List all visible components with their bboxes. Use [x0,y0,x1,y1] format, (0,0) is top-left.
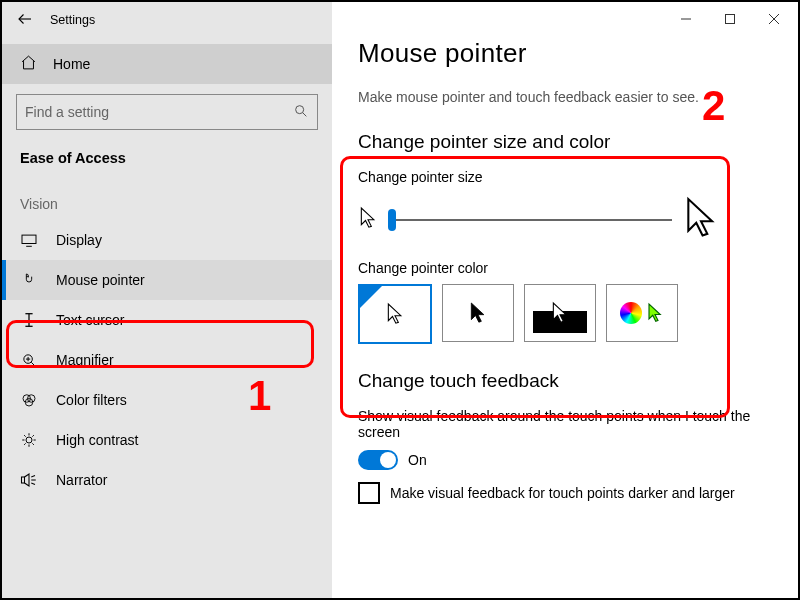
sidebar-item-magnifier[interactable]: Magnifier [2,340,332,380]
sidebar-item-label: Mouse pointer [56,272,145,288]
cursor-large-icon [682,195,720,244]
svg-line-26 [24,443,26,445]
pointer-color-black[interactable] [442,284,514,342]
svg-rect-7 [22,235,36,243]
narrator-icon [20,472,38,488]
svg-line-13 [31,362,35,366]
search-input[interactable]: Find a setting [16,94,318,130]
pointer-color-inverted[interactable] [524,284,596,342]
settings-main: Mouse pointer Make mouse pointer and tou… [332,2,798,598]
touch-feedback-toggle-label: On [408,452,427,468]
sidebar-item-color-filters[interactable]: Color filters [2,380,332,420]
svg-line-24 [24,435,26,437]
back-icon[interactable] [16,10,34,31]
page-subtitle: Make mouse pointer and touch feedback ea… [358,89,772,105]
sidebar-item-high-contrast[interactable]: High contrast [2,420,332,460]
svg-rect-28 [22,477,25,483]
touch-feedback-toggle[interactable] [358,450,398,470]
pointer-size-label: Change pointer size [358,169,772,185]
touch-feedback-desc: Show visual feedback around the touch po… [358,408,758,440]
text-cursor-icon [20,311,38,329]
svg-line-27 [32,435,34,437]
pointer-color-white[interactable]: ✓ [358,284,432,344]
display-icon [20,233,38,247]
sidebar-item-label: Display [56,232,102,248]
sidebar-item-label: Magnifier [56,352,114,368]
cursor-small-icon [358,206,378,233]
section-size-color-title: Change pointer size and color [358,131,772,153]
svg-line-30 [31,476,35,478]
sidebar-subcategory: Vision [2,172,332,220]
darker-feedback-checkbox[interactable] [358,482,380,504]
sidebar-item-label: High contrast [56,432,138,448]
search-placeholder: Find a setting [25,104,109,120]
color-filters-icon [20,391,38,409]
sidebar-item-mouse-pointer[interactable]: Mouse pointer [2,260,332,300]
pointer-color-custom[interactable] [606,284,678,342]
sidebar-item-label: Narrator [56,472,107,488]
mouse-pointer-icon [20,271,38,289]
page-title: Mouse pointer [358,38,772,69]
svg-line-25 [32,443,34,445]
sidebar-item-home[interactable]: Home [2,44,332,84]
pointer-size-slider[interactable] [392,219,672,221]
sidebar-category: Ease of Access [2,130,332,172]
darker-feedback-label: Make visual feedback for touch points da… [390,485,735,501]
sidebar-item-label: Color filters [56,392,127,408]
app-title: Settings [50,13,95,27]
svg-point-5 [296,105,304,113]
home-icon [20,54,37,74]
svg-line-6 [303,112,307,116]
svg-point-19 [26,437,32,443]
magnifier-icon [20,352,38,369]
pointer-color-label: Change pointer color [358,260,772,276]
sidebar-item-display[interactable]: Display [2,220,332,260]
settings-sidebar: Settings Home Find a setting Ease of Acc… [2,2,332,598]
search-icon [293,103,309,122]
svg-line-31 [31,483,35,485]
section-touch-title: Change touch feedback [358,370,772,392]
home-label: Home [53,56,90,72]
sidebar-item-text-cursor[interactable]: Text cursor [2,300,332,340]
high-contrast-icon [20,431,38,449]
sidebar-item-label: Text cursor [56,312,124,328]
color-wheel-icon [620,302,642,324]
sidebar-item-narrator[interactable]: Narrator [2,460,332,500]
